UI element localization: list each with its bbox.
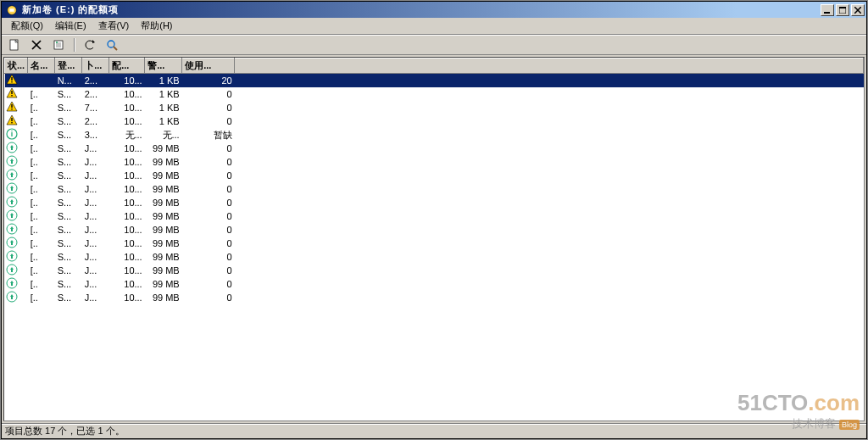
cell-warning: 1 KB bbox=[145, 87, 182, 101]
window-title: 新加卷 (E:) 的配额项 bbox=[22, 3, 819, 16]
menu-quota[interactable]: 配额(Q) bbox=[5, 18, 49, 34]
cell-name: [.. bbox=[28, 169, 55, 182]
column-header-c5[interactable]: 警... bbox=[145, 58, 182, 74]
cell-name bbox=[28, 74, 55, 88]
cell-warning: 1 KB bbox=[145, 101, 182, 114]
cell-amount: J... bbox=[82, 264, 109, 277]
properties-button[interactable] bbox=[49, 36, 68, 53]
table-row[interactable]: [..S...J...10...99 MB0 bbox=[5, 277, 864, 291]
menu-edit[interactable]: 编辑(E) bbox=[49, 18, 92, 34]
status-icon bbox=[5, 155, 28, 169]
table-row[interactable]: [..S...J...10...99 MB0 bbox=[5, 209, 864, 223]
table-row[interactable]: [..S...J...10...99 MB0 bbox=[5, 291, 864, 304]
table-row[interactable]: [..S...J...10...99 MB0 bbox=[5, 155, 864, 169]
status-icon bbox=[5, 182, 28, 196]
column-header-c0[interactable]: 状... bbox=[5, 58, 28, 74]
cell-login: N... bbox=[55, 74, 82, 88]
cell-amount: J... bbox=[82, 237, 109, 250]
cell-login: S... bbox=[55, 182, 82, 196]
cell-limit: 10... bbox=[109, 209, 145, 223]
status-icon bbox=[5, 277, 28, 291]
maximize-button[interactable] bbox=[836, 4, 849, 16]
cell-warning: 99 MB bbox=[145, 209, 182, 223]
cell-amount: 2... bbox=[82, 74, 109, 88]
column-header-c1[interactable]: 名... bbox=[28, 58, 55, 74]
cell-amount: J... bbox=[82, 196, 109, 209]
status-icon bbox=[5, 250, 28, 264]
svg-rect-27 bbox=[11, 109, 12, 109]
quota-table[interactable]: 状...名...登...卜...配...警...使用... N...2...10… bbox=[4, 58, 864, 304]
cell-login: S... bbox=[55, 209, 82, 223]
cell-used: 0 bbox=[182, 264, 235, 277]
cell-used: 0 bbox=[182, 155, 235, 169]
table-row[interactable]: [..S...2...10...1 KB0 bbox=[5, 87, 864, 101]
cell-name: [.. bbox=[28, 101, 55, 114]
cell-limit: 10... bbox=[109, 264, 145, 277]
cell-used: 暂缺 bbox=[182, 128, 235, 142]
cell-amount: 7... bbox=[82, 101, 109, 114]
table-row[interactable]: [..S...J...10...99 MB0 bbox=[5, 237, 864, 250]
close-button[interactable] bbox=[851, 4, 865, 16]
cell-used: 0 bbox=[182, 291, 235, 304]
cell-limit: 10... bbox=[109, 237, 145, 250]
cell-name: [.. bbox=[28, 196, 55, 209]
cell-warning: 99 MB bbox=[145, 291, 182, 304]
cell-name: [.. bbox=[28, 223, 55, 237]
cell-amount: J... bbox=[82, 209, 109, 223]
status-icon bbox=[5, 209, 28, 223]
table-row[interactable]: N...2...10...1 KB20 bbox=[5, 74, 864, 88]
cell-limit: 10... bbox=[109, 291, 145, 304]
toolbar bbox=[2, 35, 866, 55]
new-button[interactable] bbox=[5, 36, 24, 53]
column-header-c4[interactable]: 配... bbox=[109, 58, 145, 74]
minimize-button[interactable] bbox=[821, 4, 834, 16]
column-header-spacer[interactable] bbox=[235, 58, 864, 74]
status-icon bbox=[5, 264, 28, 277]
delete-button[interactable] bbox=[27, 36, 46, 53]
menu-help[interactable]: 帮助(H) bbox=[135, 18, 178, 34]
column-header-c6[interactable]: 使用... bbox=[182, 58, 235, 74]
column-header-c2[interactable]: 登... bbox=[55, 58, 82, 74]
cell-login: S... bbox=[55, 237, 82, 250]
cell-limit: 10... bbox=[109, 155, 145, 169]
column-header-c3[interactable]: 卜... bbox=[82, 58, 109, 74]
cell-used: 0 bbox=[182, 87, 235, 101]
cell-amount: J... bbox=[82, 169, 109, 182]
svg-rect-23 bbox=[11, 91, 12, 94]
table-row[interactable]: [..S...J...10...99 MB0 bbox=[5, 250, 864, 264]
cell-amount: J... bbox=[82, 182, 109, 196]
table-row[interactable]: [..S...J...10...99 MB0 bbox=[5, 196, 864, 209]
status-icon bbox=[5, 142, 28, 155]
cell-used: 0 bbox=[182, 237, 235, 250]
table-row[interactable]: [..S...2...10...1 KB0 bbox=[5, 114, 864, 128]
status-icon bbox=[5, 223, 28, 237]
cell-name: [.. bbox=[28, 87, 55, 101]
cell-amount: J... bbox=[82, 142, 109, 155]
svg-rect-29 bbox=[11, 118, 12, 121]
cell-name: [.. bbox=[28, 264, 55, 277]
table-row[interactable]: [..S...J...10...99 MB0 bbox=[5, 264, 864, 277]
table-row[interactable]: [..S...7...10...1 KB0 bbox=[5, 101, 864, 114]
svg-rect-20 bbox=[11, 77, 12, 81]
find-button[interactable] bbox=[103, 36, 121, 53]
cell-login: S... bbox=[55, 277, 82, 291]
volume-icon bbox=[5, 3, 19, 17]
cell-used: 0 bbox=[182, 101, 235, 114]
table-row[interactable]: [..S...J...10...99 MB0 bbox=[5, 142, 864, 155]
cell-used: 0 bbox=[182, 277, 235, 291]
svg-rect-30 bbox=[11, 122, 12, 123]
table-row[interactable]: [..S...J...10...99 MB0 bbox=[5, 169, 864, 182]
cell-name: [.. bbox=[28, 291, 55, 304]
status-icon bbox=[5, 114, 28, 128]
table-row[interactable]: [..S...J...10...99 MB0 bbox=[5, 182, 864, 196]
cell-name: [.. bbox=[28, 142, 55, 155]
undo-button[interactable] bbox=[81, 36, 99, 53]
cell-login: S... bbox=[55, 223, 82, 237]
cell-warning: 99 MB bbox=[145, 237, 182, 250]
title-bar[interactable]: 新加卷 (E:) 的配额项 bbox=[2, 2, 866, 18]
menu-view[interactable]: 查看(V) bbox=[92, 18, 136, 34]
status-bar: 项目总数 17 个，已选 1 个。 bbox=[2, 423, 866, 438]
table-row[interactable]: i[..S...3...无...无...暂缺 bbox=[5, 128, 864, 142]
cell-amount: J... bbox=[82, 250, 109, 264]
table-row[interactable]: [..S...J...10...99 MB0 bbox=[5, 223, 864, 237]
